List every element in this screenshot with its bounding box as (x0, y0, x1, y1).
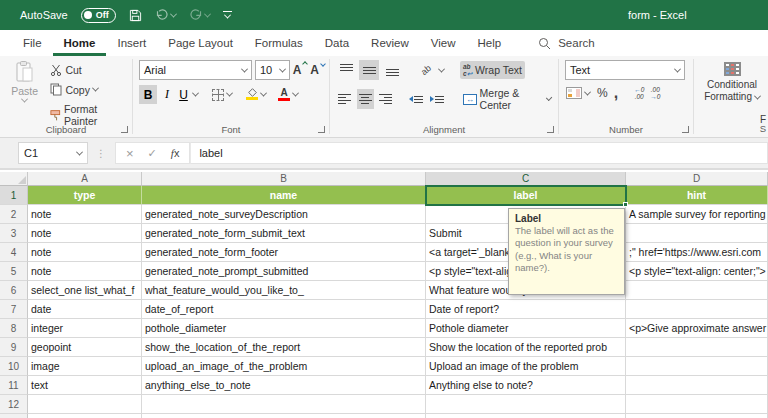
search-box[interactable]: Search (538, 30, 594, 56)
cell-D12[interactable] (626, 395, 768, 414)
cell-C10[interactable]: Upload an image of the problem (426, 357, 626, 376)
undo-button[interactable] (155, 9, 176, 21)
tab-help[interactable]: Help (467, 30, 513, 56)
cell-C12[interactable] (426, 395, 626, 414)
cell-B3[interactable]: generated_note_form_submit_text (142, 224, 426, 243)
paste-button[interactable]: Paste (6, 60, 43, 129)
italic-button[interactable]: I (160, 85, 174, 104)
row-header-4[interactable]: 4 (0, 243, 28, 262)
cell-C8[interactable]: Pothole diameter (426, 319, 626, 338)
cell-D10[interactable] (626, 357, 768, 376)
align-bottom-button[interactable] (382, 60, 402, 80)
font-color-button[interactable]: A (278, 88, 290, 101)
insert-function-button[interactable]: fx (171, 147, 180, 159)
tab-review[interactable]: Review (360, 30, 420, 56)
customize-quick-access-toolbar-button[interactable] (223, 11, 232, 19)
number-dialog-launcher-icon[interactable] (682, 126, 689, 133)
cell-A13[interactable] (28, 414, 142, 418)
row-header-1[interactable]: 1 (0, 186, 28, 205)
cell-D9[interactable] (626, 338, 768, 357)
tab-home[interactable]: Home (53, 30, 107, 56)
row-header-7[interactable]: 7 (0, 300, 28, 319)
row-header-10[interactable]: 10 (0, 357, 28, 376)
cell-C9[interactable]: Show the location of the reported prob (426, 338, 626, 357)
wrap-text-button[interactable]: abc↩ Wrap Text (460, 61, 525, 79)
cell-D5[interactable]: <p style="text-align: center;"> (626, 262, 768, 281)
cell-C11[interactable]: Anything else to note? (426, 376, 626, 395)
row-header-2[interactable]: 2 (0, 205, 28, 224)
increase-indent-button[interactable] (428, 89, 446, 109)
cell-B1[interactable]: name (142, 186, 426, 205)
cell-A6[interactable]: select_one list_what_f (28, 281, 142, 300)
borders-icon[interactable] (212, 89, 224, 101)
cell-A11[interactable]: text (28, 376, 142, 395)
select-all-corner[interactable] (0, 172, 28, 186)
bold-button[interactable]: B (139, 85, 157, 104)
increase-font-size-button[interactable]: A (293, 63, 308, 77)
cut-button[interactable]: Cut (47, 62, 128, 78)
cell-B4[interactable]: generated_note_form_footer (142, 243, 426, 262)
cell-B7[interactable]: date_of_report (142, 300, 426, 319)
row-header-3[interactable]: 3 (0, 224, 28, 243)
redo-button[interactable] (189, 9, 210, 21)
row-header-11[interactable]: 11 (0, 376, 28, 395)
cell-D6[interactable] (626, 281, 768, 300)
cell-D11[interactable] (626, 376, 768, 395)
align-middle-button[interactable] (359, 60, 379, 80)
cell-B11[interactable]: anything_else_to_note (142, 376, 426, 395)
cell-C1[interactable]: label (426, 186, 626, 205)
align-left-button[interactable] (336, 89, 354, 109)
orientation-button[interactable]: ab (416, 60, 436, 80)
align-center-button[interactable] (357, 89, 375, 109)
cell-B2[interactable]: generated_note_surveyDescription (142, 205, 426, 224)
cell-B10[interactable]: upload_an_image_of_the_problem (142, 357, 426, 376)
formula-input[interactable]: label (190, 142, 768, 164)
col-header-D[interactable]: D (626, 172, 768, 186)
cancel-button[interactable]: × (126, 146, 134, 161)
autosave-toggle[interactable]: Off (81, 8, 116, 23)
cell-D3[interactable] (626, 224, 768, 243)
align-right-button[interactable] (377, 89, 395, 109)
cell-D13[interactable] (626, 414, 768, 418)
decrease-decimal-button[interactable]: .00→0 (650, 86, 660, 100)
font-dialog-launcher-icon[interactable] (318, 126, 325, 133)
cell-A1[interactable]: type (28, 186, 142, 205)
cell-A10[interactable]: image (28, 357, 142, 376)
cell-A4[interactable]: note (28, 243, 142, 262)
cell-B9[interactable]: show_the_location_of_the_report (142, 338, 426, 357)
cell-C7[interactable]: Date of report? (426, 300, 626, 319)
decrease-font-size-button[interactable]: A (310, 63, 325, 77)
clipboard-dialog-launcher-icon[interactable] (121, 126, 128, 133)
cell-B13[interactable] (142, 414, 426, 418)
cell-A7[interactable]: date (28, 300, 142, 319)
save-button[interactable] (129, 9, 142, 22)
row-header-8[interactable]: 8 (0, 319, 28, 338)
font-size-select[interactable]: 10 (255, 60, 290, 80)
accounting-format-button[interactable] (565, 86, 591, 100)
tab-data[interactable]: Data (314, 30, 360, 56)
cell-B5[interactable]: generated_note_prompt_submitted (142, 262, 426, 281)
col-header-A[interactable]: A (28, 172, 142, 186)
enter-button[interactable]: ✓ (148, 147, 157, 160)
fill-color-button[interactable] (246, 89, 258, 100)
cell-A8[interactable]: integer (28, 319, 142, 338)
cell-D1[interactable]: hint (626, 186, 768, 205)
row-header-5[interactable]: 5 (0, 262, 28, 281)
cell-B12[interactable] (142, 395, 426, 414)
row-header-9[interactable]: 9 (0, 338, 28, 357)
cell-A9[interactable]: geopoint (28, 338, 142, 357)
alignment-dialog-launcher-icon[interactable] (547, 126, 554, 133)
tab-view[interactable]: View (420, 30, 467, 56)
tab-insert[interactable]: Insert (106, 30, 157, 56)
name-box[interactable]: C1 (18, 142, 88, 164)
cell-A3[interactable]: note (28, 224, 142, 243)
font-name-select[interactable]: Arial (139, 60, 252, 80)
comma-style-button[interactable]: , (614, 88, 618, 98)
cell-D2[interactable]: A sample survey for reporting (626, 205, 768, 224)
align-top-button[interactable] (336, 60, 356, 80)
cell-D7[interactable] (626, 300, 768, 319)
tab-file[interactable]: File (12, 30, 53, 56)
underline-button[interactable]: U (177, 85, 190, 104)
cell-A5[interactable]: note (28, 262, 142, 281)
col-header-B[interactable]: B (142, 172, 426, 186)
